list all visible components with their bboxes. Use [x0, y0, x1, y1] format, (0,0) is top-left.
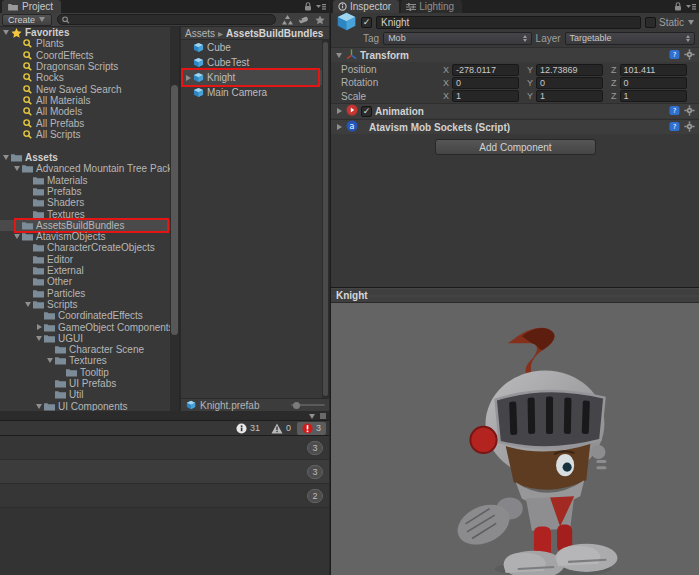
tree-item-prefabs[interactable]: Prefabs — [0, 186, 170, 197]
active-checkbox[interactable]: ✓ — [361, 17, 372, 28]
tag-dropdown[interactable]: Mob — [383, 32, 531, 45]
rotation-z-field[interactable]: 0 — [620, 77, 688, 89]
tree-item-gameobject-components[interactable]: GameObject Components — [0, 321, 170, 332]
console-error-toggle[interactable]: 3 — [297, 422, 326, 435]
asset-preview[interactable] — [331, 303, 699, 575]
foldout-open-icon[interactable] — [35, 334, 43, 342]
rotation-x-field[interactable]: 0 — [452, 77, 519, 89]
help-icon[interactable]: ? — [669, 49, 680, 62]
console-warning-toggle[interactable]: 0 — [266, 422, 296, 435]
tree-item-scripts[interactable]: Scripts — [0, 299, 170, 310]
console-log-row[interactable]: 2 — [0, 484, 329, 508]
tree-item-charactercreateobjects[interactable]: CharacterCreateObjects — [0, 242, 170, 253]
gear-icon[interactable] — [684, 121, 695, 134]
console-info-toggle[interactable]: 31 — [231, 422, 265, 435]
position-x-field[interactable]: -278.0117 — [452, 64, 519, 76]
scale-x-field[interactable]: 1 — [452, 90, 519, 102]
add-component-button[interactable]: Add Component — [435, 139, 596, 155]
console-log-row[interactable]: 3 — [0, 460, 329, 484]
foldout-closed-icon[interactable] — [335, 123, 343, 131]
tree-item-external[interactable]: External — [0, 265, 170, 276]
search-field[interactable] — [57, 14, 276, 25]
tree-item-coordinatedeffects[interactable]: CoordinatedEffects — [0, 310, 170, 321]
asset-item-cube[interactable]: Cube — [181, 40, 329, 55]
lock-icon[interactable] — [674, 2, 682, 13]
panel-menu-icon[interactable] — [316, 2, 326, 13]
tree-item-assetsbuildbundles[interactable]: AssetsBuildBundles — [0, 220, 170, 231]
tree-item-favorites[interactable]: Favorites — [0, 27, 170, 38]
foldout-open-icon[interactable] — [46, 357, 54, 365]
search-by-type-icon[interactable] — [281, 14, 294, 25]
static-checkbox[interactable] — [645, 17, 656, 28]
tree-item-textures[interactable]: Textures — [0, 208, 170, 219]
window-menu-icon[interactable] — [320, 413, 326, 419]
foldout-open-icon[interactable] — [24, 300, 32, 308]
rotation-y-field[interactable]: 0 — [536, 77, 603, 89]
tree-item-plants[interactable]: Plants — [0, 38, 170, 49]
foldout-open-icon[interactable] — [13, 165, 21, 173]
panel-menu-icon[interactable] — [686, 2, 696, 13]
lock-icon[interactable] — [304, 2, 312, 13]
foldout-open-icon[interactable] — [335, 51, 343, 59]
foldout-open-icon[interactable] — [2, 29, 10, 37]
tab-project[interactable]: Project — [2, 0, 61, 13]
transform-component-header[interactable]: Transform ? — [331, 47, 699, 62]
tree-item-dragonsan-scripts[interactable]: Dragonsan Scripts — [0, 61, 170, 72]
tree-item-coordeffects[interactable]: CoordEffects — [0, 50, 170, 61]
foldout-open-icon[interactable] — [13, 233, 21, 241]
create-button[interactable]: Create — [2, 14, 52, 26]
foldout-closed-icon[interactable] — [35, 323, 43, 331]
tree-item-util[interactable]: Util — [0, 389, 170, 400]
search-input[interactable] — [70, 15, 271, 25]
atavism-component-header[interactable]: a Atavism Mob Sockets (Script) ? — [331, 119, 699, 134]
gameobject-name-field[interactable]: Knight — [376, 16, 641, 29]
tree-item-new-saved-search[interactable]: New Saved Search — [0, 83, 170, 94]
tree-item-other[interactable]: Other — [0, 276, 170, 287]
position-y-field[interactable]: 12.73869 — [536, 64, 603, 76]
search-by-label-icon[interactable] — [297, 14, 310, 25]
scale-z-field[interactable]: 1 — [620, 90, 688, 102]
tree-item-all-scripts[interactable]: All Scripts — [0, 129, 170, 140]
tree-item-all-materials[interactable]: All Materials — [0, 95, 170, 106]
foldout-closed-icon[interactable] — [184, 74, 192, 82]
tree-item-ugui[interactable]: UGUI — [0, 333, 170, 344]
tree-item-particles[interactable]: Particles — [0, 288, 170, 299]
tree-item-all-models[interactable]: All Models — [0, 106, 170, 117]
icon-size-slider[interactable] — [291, 404, 325, 406]
tree-item-atavismobjects[interactable]: AtavismObjects — [0, 231, 170, 242]
tree-item-editor[interactable]: Editor — [0, 254, 170, 265]
favorites-star-icon[interactable] — [313, 14, 326, 25]
tree-item-rocks[interactable]: Rocks — [0, 72, 170, 83]
tree-item-shaders[interactable]: Shaders — [0, 197, 170, 208]
tree-item-all-prefabs[interactable]: All Prefabs — [0, 117, 170, 128]
tree-item-character-scene[interactable]: Character Scene — [0, 344, 170, 355]
preview-header[interactable]: Knight — [331, 287, 699, 303]
asset-item-cubetest[interactable]: CubeTest — [181, 55, 329, 70]
tree-item-tooltip[interactable]: Tooltip — [0, 367, 170, 378]
foldout-closed-icon[interactable] — [335, 107, 343, 115]
tree-item-materials[interactable]: Materials — [0, 175, 170, 186]
position-z-field[interactable]: 101.411 — [620, 64, 688, 76]
breadcrumb-root[interactable]: Assets — [185, 28, 215, 39]
animation-enabled-checkbox[interactable]: ✓ — [361, 106, 372, 117]
animation-component-header[interactable]: ✓ Animation ? — [331, 103, 699, 118]
foldout-open-icon[interactable] — [35, 402, 43, 410]
content-scrollbar[interactable] — [322, 40, 329, 398]
tab-lighting[interactable]: Lighting — [401, 0, 462, 13]
help-icon[interactable]: ? — [669, 105, 680, 118]
chevron-down-icon[interactable] — [308, 412, 316, 420]
scale-y-field[interactable]: 1 — [536, 90, 603, 102]
tree-item-textures[interactable]: Textures — [0, 355, 170, 366]
asset-item-knight[interactable]: Knight — [181, 70, 329, 85]
gear-icon[interactable] — [684, 49, 695, 62]
console-log-row[interactable]: 3 — [0, 436, 329, 460]
tree-item-ui-components[interactable]: UI Components — [0, 401, 170, 412]
tree-item-ui-prefabs[interactable]: UI Prefabs — [0, 378, 170, 389]
gear-icon[interactable] — [684, 105, 695, 118]
layer-dropdown[interactable]: Targetable — [565, 32, 695, 45]
help-icon[interactable]: ? — [669, 121, 680, 134]
foldout-open-icon[interactable] — [2, 154, 10, 162]
tree-item-advanced-mountain-tree-pack[interactable]: Advanced Mountain Tree Pack — [0, 163, 170, 174]
tree-item-assets[interactable]: Assets — [0, 152, 170, 163]
asset-item-main-camera[interactable]: Main Camera — [181, 85, 329, 100]
